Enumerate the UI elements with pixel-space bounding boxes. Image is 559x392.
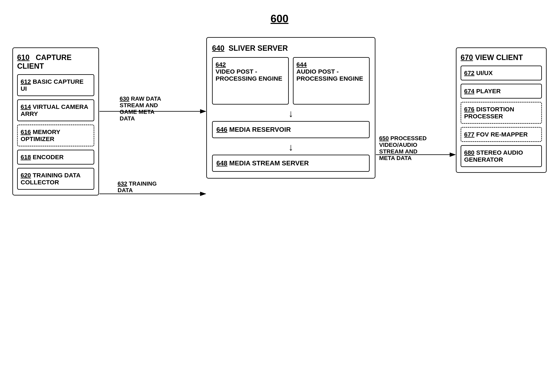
box-618: 618 ENCODER — [17, 150, 94, 164]
box-642: 642 VIDEO POST - PROCESSING ENGINE — [212, 57, 289, 105]
box-612: 612 BASIC CAPTURE UI — [17, 74, 94, 96]
box-672: 672 UI/UX — [461, 65, 542, 81]
svg-text:VIDEO/AUDIO: VIDEO/AUDIO — [379, 142, 417, 148]
capture-client-num: 610 — [17, 53, 29, 62]
box-680: 680 STEREO AUDIO GENERATOR — [461, 145, 542, 167]
box-620: 620 TRAINING DATA COLLECTOR — [17, 168, 94, 190]
svg-text:META DATA: META DATA — [379, 155, 412, 161]
box-674: 674 PLAYER — [461, 84, 542, 99]
box-614: 614 VIRTUAL CAMERA ARRY — [17, 99, 94, 121]
svg-text:DATA: DATA — [118, 187, 133, 193]
svg-text:650 PROCESSED: 650 PROCESSED — [379, 135, 427, 141]
box-646: 646 MEDIA RESERVOIR — [212, 121, 370, 138]
box-676: 676 DISTORTION PROCESSER — [461, 102, 542, 124]
view-client-box: 670 VIEW CLIENT 672 UI/UX 674 PLAYER 676… — [456, 47, 547, 173]
svg-text:DATA: DATA — [120, 115, 135, 122]
box-648: 648 MEDIA STREAM SERVER — [212, 155, 370, 172]
box-677: 677 FOV RE-MAPPER — [461, 127, 542, 142]
diagram-title: 600 — [271, 13, 289, 25]
box-644: 644 AUDIO POST - PROCESSING ENGINE — [293, 57, 370, 105]
box-616: 616 MEMORY OPTIMIZER — [17, 125, 94, 146]
diagram-page: 600 610 CAPTURE CLIENT 612 BASIC CAPTURE… — [0, 0, 559, 392]
svg-text:GAME META: GAME META — [120, 109, 155, 115]
svg-text:632 TRAINING: 632 TRAINING — [118, 181, 157, 187]
label-630-num: 630 RAW DATA — [120, 95, 161, 102]
capture-client-box: 610 CAPTURE CLIENT 612 BASIC CAPTURE UI … — [12, 47, 99, 195]
svg-text:STREAM AND: STREAM AND — [120, 102, 158, 109]
sliver-server-box: 640 SLIVER SERVER 642 VIDEO POST - PROCE… — [206, 37, 375, 179]
svg-text:STREAM AND: STREAM AND — [379, 148, 418, 155]
